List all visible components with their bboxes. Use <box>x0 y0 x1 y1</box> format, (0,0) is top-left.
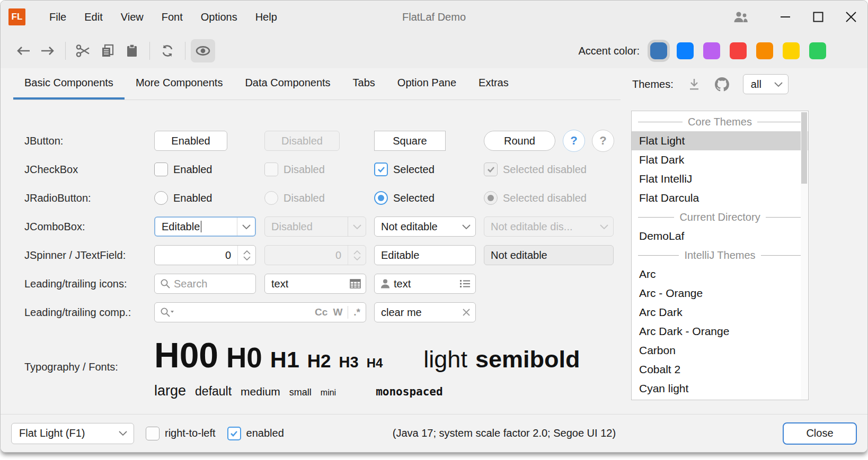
h2-sample: H2 <box>307 350 331 372</box>
menu-file[interactable]: File <box>40 1 75 33</box>
flatlaf-demo-window: FL File Edit View Font Options Help Flat… <box>0 0 868 453</box>
tab-data-components[interactable]: Data Components <box>234 68 341 100</box>
right-to-left-checkbox[interactable]: right-to-left <box>146 427 216 440</box>
disabled-button: Disabled <box>264 131 340 151</box>
tab-option-pane[interactable]: Option Pane <box>386 68 467 100</box>
clear-me-field[interactable]: clear me <box>374 302 476 322</box>
copy-icon <box>100 43 115 58</box>
radio-selected-icon[interactable] <box>374 191 388 205</box>
back-button[interactable] <box>11 39 36 62</box>
text-field-person-icon[interactable]: text <box>374 274 476 294</box>
checkbox-checked-icon[interactable] <box>374 163 388 176</box>
close-icon <box>845 11 857 23</box>
cut-button[interactable] <box>71 39 95 62</box>
copy-button[interactable] <box>95 39 120 62</box>
theme-item[interactable]: Flat IntelliJ <box>632 169 808 188</box>
tab-basic-components[interactable]: Basic Components <box>13 68 125 100</box>
maximize-button[interactable] <box>802 1 835 33</box>
enabled-checkbox[interactable]: enabled <box>227 427 284 440</box>
radio-selected[interactable]: Selected <box>374 191 435 205</box>
accent-swatch-red[interactable] <box>730 42 747 59</box>
themes-scrollbar[interactable] <box>801 112 808 400</box>
accent-swatch-orange[interactable] <box>756 42 773 59</box>
theme-item[interactable]: Carbon <box>632 341 808 360</box>
accent-swatch-default[interactable] <box>650 42 667 59</box>
theme-item[interactable]: Arc Dark <box>632 303 808 322</box>
theme-item[interactable]: Cyan light <box>632 379 808 398</box>
github-link[interactable] <box>715 77 729 92</box>
spinner[interactable]: 0 <box>154 245 256 265</box>
theme-item[interactable]: DemoLaf <box>632 227 808 246</box>
accent-swatch-green[interactable] <box>809 42 826 59</box>
menu-edit[interactable]: Edit <box>75 1 111 33</box>
theme-item[interactable]: Cobalt 2 <box>632 360 808 379</box>
clear-icon[interactable] <box>462 308 471 317</box>
jspinner-row: JSpinner / JTextField: 0 0 Editable Not … <box>24 241 621 269</box>
themes-filter-combobox[interactable]: all <box>743 74 789 94</box>
radio-enabled[interactable]: Enabled <box>154 191 212 205</box>
github-icon <box>715 77 729 92</box>
theme-item[interactable]: Flat Dark <box>632 150 808 169</box>
search-field[interactable]: Search <box>154 274 256 294</box>
checkbox-icon[interactable] <box>154 163 168 176</box>
combobox-arrow[interactable] <box>457 217 475 236</box>
mini-sample: mini <box>321 388 336 398</box>
menu-options[interactable]: Options <box>192 1 246 33</box>
cut-icon <box>76 43 91 58</box>
theme-item[interactable]: Flat Darcula <box>632 188 808 208</box>
radio-icon[interactable] <box>154 191 168 205</box>
chevron-down-icon <box>243 256 251 260</box>
checkbox-selected[interactable]: Selected <box>374 163 435 176</box>
close-button[interactable] <box>835 1 867 33</box>
menu-view[interactable]: View <box>112 1 153 33</box>
paste-button[interactable] <box>120 39 144 62</box>
radio-disabled: Disabled <box>264 191 325 205</box>
close-dialog-button[interactable]: Close <box>783 422 857 445</box>
accent-swatch-blue[interactable] <box>677 42 694 59</box>
tabbar: Basic Components More Components Data Co… <box>13 68 621 100</box>
themes-label: Themes: <box>632 78 674 91</box>
spinner-buttons[interactable] <box>237 246 255 265</box>
download-icon <box>687 77 701 91</box>
textfield-editable[interactable]: Editable <box>374 245 476 265</box>
help-button[interactable]: ? <box>563 130 585 152</box>
whole-word-button[interactable]: W <box>333 306 342 318</box>
theme-item[interactable]: Dark Flat <box>632 398 808 400</box>
menu-help[interactable]: Help <box>246 1 286 33</box>
match-case-button[interactable]: Cc <box>315 306 327 318</box>
minimize-icon <box>781 16 790 17</box>
regex-button[interactable]: .* <box>353 306 360 318</box>
checkbox-checked-icon[interactable] <box>227 427 241 440</box>
round-button[interactable]: Round <box>484 131 555 151</box>
tab-extras[interactable]: Extras <box>467 68 520 100</box>
checkbox-selected-disabled: Selected disabled <box>484 163 587 176</box>
theme-item[interactable]: Flat Light <box>632 131 808 150</box>
scrollbar-thumb[interactable] <box>801 112 807 184</box>
combobox-not-editable[interactable]: Not editable <box>374 217 476 237</box>
search-field-with-options[interactable]: Cc W .* <box>154 302 366 322</box>
leading-trailing-comp-label: Leading/trailing comp.: <box>24 306 154 319</box>
download-theme-button[interactable] <box>687 77 701 91</box>
accent-swatch-yellow[interactable] <box>783 42 800 59</box>
square-button[interactable]: Square <box>374 131 446 151</box>
tab-tabs[interactable]: Tabs <box>342 68 386 100</box>
theme-item[interactable]: Arc - Orange <box>632 284 808 303</box>
refresh-button[interactable] <box>155 39 180 62</box>
menu-font[interactable]: Font <box>153 1 192 33</box>
show-hover-toggle[interactable] <box>191 39 215 62</box>
checkbox-enabled[interactable]: Enabled <box>154 163 212 176</box>
search-menu-icon[interactable] <box>160 307 174 318</box>
theme-item[interactable]: Arc <box>632 265 808 284</box>
text-field-table-icon[interactable]: text <box>264 274 366 294</box>
combobox-editable[interactable]: Editable <box>154 217 256 237</box>
minimize-button[interactable] <box>769 1 802 33</box>
users-icon[interactable] <box>724 1 757 33</box>
forward-button[interactable] <box>36 39 60 62</box>
accent-swatch-purple[interactable] <box>703 42 720 59</box>
enabled-button[interactable]: Enabled <box>154 131 227 151</box>
checkbox-icon[interactable] <box>146 427 160 440</box>
theme-item[interactable]: Arc Dark - Orange <box>632 322 808 341</box>
tab-more-components[interactable]: More Components <box>125 68 234 100</box>
combobox-arrow[interactable] <box>237 218 255 236</box>
theme-switcher-combobox[interactable]: Flat Light (F1) <box>11 423 134 444</box>
